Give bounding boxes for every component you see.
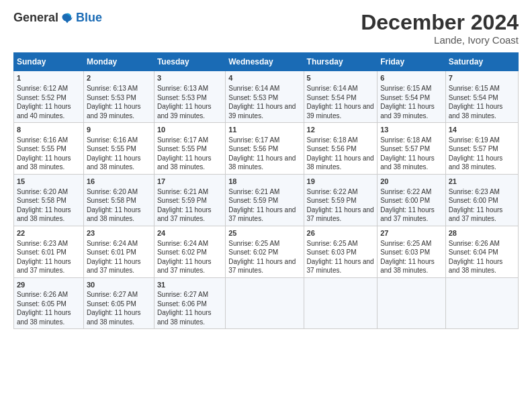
header: General Blue December 2024 Lande, Ivory … [13,11,519,46]
sunset: Sunset: 6:05 PM [87,300,136,308]
sunrise: Sunrise: 6:13 AM [157,85,208,92]
sunrise: Sunrise: 6:18 AM [307,136,358,144]
day-number: 5 [307,73,375,83]
sunrise: Sunrise: 6:25 AM [228,240,279,247]
day-number: 11 [228,125,300,135]
table-cell: 28Sunrise: 6:26 AMSunset: 6:04 PMDayligh… [445,226,518,277]
table-row: 1Sunrise: 6:12 AMSunset: 5:52 PMDaylight… [14,71,519,123]
table-cell: 25Sunrise: 6:25 AMSunset: 6:02 PMDayligh… [226,226,304,277]
sunset: Sunset: 5:55 PM [157,145,207,152]
sunrise: Sunrise: 6:23 AM [449,188,500,195]
table-cell: 16Sunrise: 6:20 AMSunset: 5:58 PMDayligh… [83,174,154,226]
table-cell: 17Sunrise: 6:21 AMSunset: 5:59 PMDayligh… [154,174,225,226]
sunset: Sunset: 6:03 PM [307,248,357,256]
sunrise: Sunrise: 6:22 AM [380,188,431,195]
sunset: Sunset: 5:56 PM [307,145,357,152]
sunset: Sunset: 6:01 PM [87,248,136,256]
table-row: 22Sunrise: 6:23 AMSunset: 6:01 PMDayligh… [14,226,519,277]
day-number: 13 [380,125,443,135]
sunrise: Sunrise: 6:20 AM [17,188,68,195]
day-number: 22 [17,228,81,238]
day-number: 17 [157,177,222,187]
sunset: Sunset: 6:00 PM [380,197,430,204]
subtitle: Lande, Ivory Coast [361,34,519,46]
daylight: Daylight: 11 hours and 39 minutes. [380,103,435,120]
title-section: December 2024 Lande, Ivory Coast [361,11,519,46]
daylight: Daylight: 11 hours and 38 minutes. [157,154,212,171]
sunset: Sunset: 6:02 PM [157,248,207,256]
sunset: Sunset: 5:58 PM [17,197,66,204]
table-cell: 31Sunrise: 6:27 AMSunset: 6:06 PMDayligh… [154,277,225,329]
sunrise: Sunrise: 6:12 AM [17,85,68,92]
day-number: 2 [87,73,151,83]
col-saturday: Saturday [445,53,518,71]
sunrise: Sunrise: 6:25 AM [307,240,358,247]
sunrise: Sunrise: 6:17 AM [228,136,279,144]
sunset: Sunset: 6:02 PM [228,248,278,256]
day-number: 9 [87,125,151,135]
day-number: 6 [380,73,443,83]
sunrise: Sunrise: 6:22 AM [307,188,358,195]
sunset: Sunset: 5:55 PM [17,145,66,152]
table-cell: 18Sunrise: 6:21 AMSunset: 5:59 PMDayligh… [226,174,304,226]
logo: General Blue [13,11,102,25]
day-number: 25 [228,228,300,238]
table-cell: 13Sunrise: 6:18 AMSunset: 5:57 PMDayligh… [378,123,446,175]
sunset: Sunset: 5:53 PM [157,94,207,101]
table-cell: 8Sunrise: 6:16 AMSunset: 5:55 PMDaylight… [14,123,84,175]
day-number: 23 [87,228,151,238]
sunset: Sunset: 5:54 PM [380,94,430,101]
daylight: Daylight: 11 hours and 37 minutes. [307,258,374,275]
table-cell: 19Sunrise: 6:22 AMSunset: 5:59 PMDayligh… [304,174,378,226]
daylight: Daylight: 11 hours and 37 minutes. [449,206,503,223]
sunset: Sunset: 6:01 PM [17,248,66,256]
table-cell: 7Sunrise: 6:15 AMSunset: 5:54 PMDaylight… [445,71,518,123]
table-cell: 1Sunrise: 6:12 AMSunset: 5:52 PMDaylight… [14,71,84,123]
sunset: Sunset: 5:59 PM [228,197,278,204]
sunrise: Sunrise: 6:21 AM [228,188,279,195]
sunset: Sunset: 6:05 PM [17,300,66,308]
table-cell [304,277,378,329]
day-number: 3 [157,73,222,83]
day-number: 21 [449,177,515,187]
daylight: Daylight: 11 hours and 38 minutes. [449,103,503,120]
daylight: Daylight: 11 hours and 38 minutes. [307,154,374,171]
day-number: 31 [157,280,222,290]
logo-general: General [13,11,58,25]
day-number: 16 [87,177,151,187]
calendar-table: Sunday Monday Tuesday Wednesday Thursday… [13,52,519,329]
sunrise: Sunrise: 6:14 AM [228,85,279,92]
sunrise: Sunrise: 6:19 AM [449,136,500,144]
day-number: 18 [228,177,300,187]
col-friday: Friday [378,53,446,71]
sunrise: Sunrise: 6:27 AM [157,291,208,298]
sunrise: Sunrise: 6:17 AM [157,136,208,144]
day-number: 29 [17,280,81,290]
day-number: 7 [449,73,515,83]
sunset: Sunset: 5:54 PM [449,94,498,101]
table-cell: 29Sunrise: 6:26 AMSunset: 6:05 PMDayligh… [14,277,84,329]
table-cell: 14Sunrise: 6:19 AMSunset: 5:57 PMDayligh… [445,123,518,175]
daylight: Daylight: 11 hours and 37 minutes. [157,206,212,223]
day-number: 15 [17,177,81,187]
day-number: 27 [380,228,443,238]
table-cell: 5Sunrise: 6:14 AMSunset: 5:54 PMDaylight… [304,71,378,123]
table-cell: 2Sunrise: 6:13 AMSunset: 5:53 PMDaylight… [83,71,154,123]
daylight: Daylight: 11 hours and 39 minutes. [307,103,374,120]
day-number: 12 [307,125,375,135]
table-cell: 22Sunrise: 6:23 AMSunset: 6:01 PMDayligh… [14,226,84,277]
day-number: 26 [307,228,375,238]
table-cell [445,277,518,329]
table-cell: 9Sunrise: 6:16 AMSunset: 5:55 PMDaylight… [83,123,154,175]
table-cell: 15Sunrise: 6:20 AMSunset: 5:58 PMDayligh… [14,174,84,226]
sunrise: Sunrise: 6:14 AM [307,85,358,92]
daylight: Daylight: 11 hours and 37 minutes. [307,206,374,223]
sunset: Sunset: 5:57 PM [380,145,430,152]
daylight: Daylight: 11 hours and 38 minutes. [228,154,296,171]
daylight: Daylight: 11 hours and 38 minutes. [17,154,71,171]
table-cell: 26Sunrise: 6:25 AMSunset: 6:03 PMDayligh… [304,226,378,277]
daylight: Daylight: 11 hours and 37 minutes. [228,258,296,275]
table-cell: 27Sunrise: 6:25 AMSunset: 6:03 PMDayligh… [378,226,446,277]
sunset: Sunset: 5:53 PM [87,94,136,101]
daylight: Daylight: 11 hours and 37 minutes. [380,206,435,223]
